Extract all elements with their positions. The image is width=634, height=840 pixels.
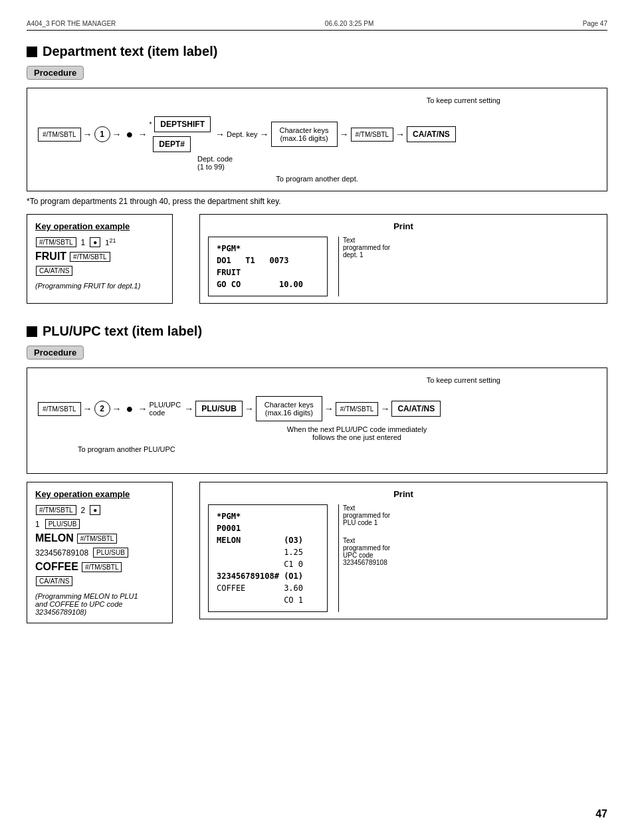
ca-at-ns-box-1: CA/AT/NS [407,126,456,142]
dept-annotation-text: Text programmed for dept. 1 [343,237,390,259]
to-keep-current-label-2: To keep current setting [427,376,500,384]
plu-key-op-line-5: COFFEE #/TM/SBTL [35,561,164,573]
plu-diagram-area: To keep current setting #/TM/SBTL → 2 → … [27,368,607,474]
header-center: 06.6.20 3:25 PM [325,20,373,27]
plu-print-line-1: *PGM* [217,510,319,522]
arrow-p7: → [378,403,391,414]
plu-print-line-2: P0001 [217,522,319,534]
char-keys-box-1: Character keys (max.16 digits) [271,122,338,147]
header-left: A404_3 FOR THE MANAGER [27,20,116,27]
plu-print-block: Print *PGM* P0001 MELON (O3) 1.25 C1 0 3… [199,482,607,619]
plu-annotation-2: Text programmed for UPC code 32345678910… [343,537,390,566]
arrow-p3: → [136,403,149,414]
dept-receipt: *PGM* DO1 T1 0073 FRUIT GO CO 10.00 [208,237,328,296]
plu-sub-box: PLU/SUB [195,401,243,417]
dept-examples-row: Key operation example #/TM/SBTL 1 ● 121 … [27,214,607,304]
dept-print-block: Print *PGM* DO1 T1 0073 FRUIT GO CO 10.0… [199,214,607,304]
plu-key-2: 2 [81,506,86,515]
header-right: Page 47 [583,20,607,27]
arrow-4: → [213,129,227,140]
section1-icon [27,47,37,57]
dept-prog-note: (Programming FRUIT for dept.1) [35,282,164,290]
arrow-p4: → [182,403,195,414]
page-header: A404_3 FOR THE MANAGER 06.6.20 3:25 PM P… [27,20,607,31]
key-op-line-1: #/TM/SBTL 1 ● 121 [35,237,164,248]
plu-print-line-8: CO 1 [217,594,319,606]
page-number: 47 [595,808,607,820]
plu-print-line-4: 1.25 [217,546,319,558]
tm-sbtl-box-2: #/TM/SBTL [351,128,394,142]
small-key-ca-at-ns-1: CA/AT/NS [36,266,72,276]
dept-key-op-block: Key operation example #/TM/SBTL 1 ● 121 … [27,214,173,304]
plu-print-line-5: C1 0 [217,558,319,570]
char-keys-label-1: Character keys (max.16 digits) [280,126,329,142]
plu-key-op-line-4: 323456789108 PLU/SUB [35,547,164,558]
plu-key-op-lines: #/TM/SBTL 2 ● 1 PLU/SUB MELON #/TM/SBTL … [35,504,164,587]
plu-main-flow: #/TM/SBTL → 2 → ● → PLU/UPC code → PLU/S… [38,396,596,421]
plu-tm-sbtl-4: #/TM/SBTL [82,562,122,572]
arrow-1: → [81,129,94,140]
plu-sub-key-2: PLU/SUB [93,548,128,558]
asterisk-note: *To program departments 21 through 40, p… [27,197,607,206]
plu-key-op-block: Key operation example #/TM/SBTL 2 ● 1 PL… [27,482,173,623]
plu-upc-code-label: PLU/UPC code [149,401,181,417]
char-keys-box-2: Character keys (max.16 digits) [256,396,322,421]
small-key-dot-1: ● [90,237,100,247]
arrow-p2: → [110,403,124,414]
plu-print-content: *PGM* P0001 MELON (O3) 1.25 C1 0 3234567… [217,510,319,606]
plu-print-line-3: MELON (O3) [217,534,319,546]
num2-circle: 2 [94,401,110,417]
key-op-line-caans: CA/AT/NS [35,265,164,276]
num1-circle: 1 [94,126,110,142]
plu-key-op-line-3: MELON #/TM/SBTL [35,532,164,544]
to-keep-current-label-1: To keep current setting [427,96,500,104]
plu-upc-num: 323456789108 [35,548,88,558]
section1-title-text: Department text (item label) [43,44,217,59]
dept-diagram-area: To keep current setting #/TM/SBTL → 1 → … [27,88,607,191]
key-op-fruit-text: FRUIT [35,251,66,262]
plu-print-with-annotation: *PGM* P0001 MELON (O3) 1.25 C1 0 3234567… [208,504,599,612]
section1-title: Department text (item label) [27,44,607,59]
dept-code-label: Dept. code (1 to 99) [197,155,596,171]
arrow-p5: → [243,403,256,414]
arrow-7: → [393,129,407,140]
arrow-p6: → [322,403,336,414]
ca-at-ns-box-2: CA/AT/NS [391,401,441,417]
plu-key-op-title: Key operation example [35,489,164,499]
dept-print-line-1: *PGM* [217,243,319,255]
dept-print-title: Print [208,221,599,231]
plu-print-line-7: COFFEE 3.60 [217,582,319,594]
small-key-tm-sbtl-1: #/TM/SBTL [36,237,76,247]
char-keys-label-2: Character keys (max.16 digits) [264,401,314,417]
dept-hash-box: DEPT# [153,136,191,152]
section2-title: PLU/UPC text (item label) [27,324,607,339]
plu-print-title: Print [208,489,599,499]
dot-2: ● [124,402,136,416]
section1: Department text (item label) Procedure T… [27,44,607,304]
deptshift-box: DEPTSHIFT [154,116,211,132]
key-op-num1: 1 [81,238,86,247]
dept-key-op-lines: #/TM/SBTL 1 ● 121 FRUIT #/TM/SBTL CA/AT/… [35,237,164,276]
dept-key-flow: Dept. key [227,130,257,138]
small-key-tm-sbtl-2: #/TM/SBTL [70,252,110,262]
dept-print-area: Print *PGM* DO1 T1 0073 FRUIT GO CO 10.0… [199,214,607,304]
plu-melon-text: MELON [35,532,74,544]
plu-ca-at-ns-1: CA/AT/NS [36,576,72,586]
plu-coffee-text: COFFEE [35,561,78,573]
plu-key-op-line-2: 1 PLU/SUB [35,518,164,530]
plu-tm-sbtl-3: #/TM/SBTL [77,534,118,544]
plu-prog-note: (Programming MELON to PLU1 and COFFEE to… [35,592,164,616]
plu-sub-key-1: PLU/SUB [45,519,80,529]
plu-print-line-6: 323456789108# (O1) [217,570,319,582]
section2-icon [27,326,37,337]
plu-num-1: 1 [35,520,40,529]
plu-small-key-1: #/TM/SBTL [36,505,76,515]
procedure-badge-1: Procedure [27,66,84,80]
plu-annotation-1: Text programmed for PLU code 1 [343,504,390,526]
to-program-another-2: To program another PLU/UPC [78,445,596,453]
dept-main-flow: #/TM/SBTL → 1 → ● → * DEPTSHIFT * DEPT# … [38,116,596,152]
arrow-2: → [110,129,124,140]
dept-print-with-annotation: *PGM* DO1 T1 0073 FRUIT GO CO 10.00 Text… [208,237,599,296]
dept-print-line-3: FRUIT [217,266,319,278]
tm-sbtl-box-1: #/TM/SBTL [38,128,81,142]
